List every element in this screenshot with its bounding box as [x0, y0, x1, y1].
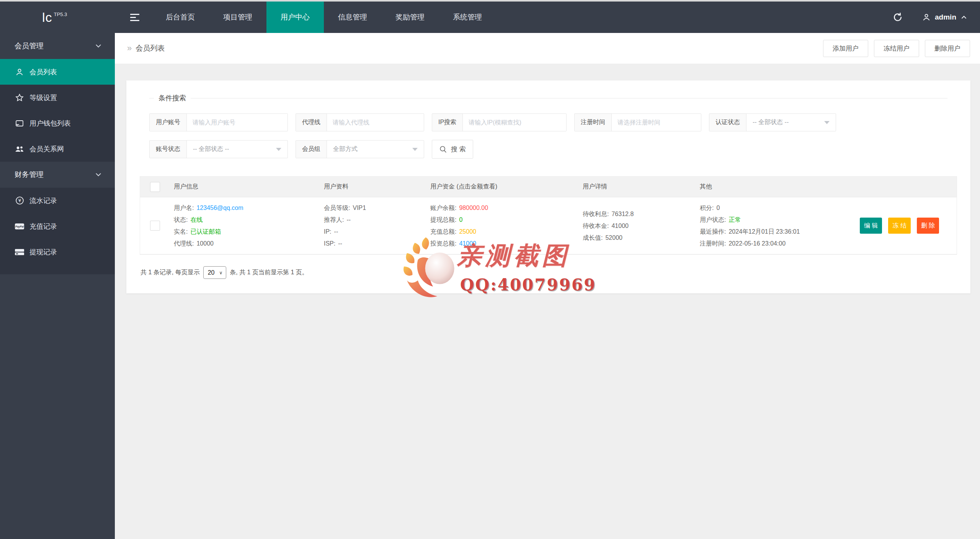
- select-all-checkbox[interactable]: [150, 182, 160, 192]
- field-label: 会员组: [296, 141, 327, 158]
- search-select[interactable]: -- 全部状态 --: [187, 141, 287, 158]
- logo-text: lc: [42, 10, 52, 25]
- search-field-group: 注册时间: [574, 113, 701, 131]
- caret-down-icon: [276, 148, 281, 154]
- sidebar-item-withdraw-records[interactable]: 提现记录: [0, 239, 115, 265]
- kv-line: 用户名: 123456@qq.com: [174, 202, 316, 214]
- per-page-select[interactable]: 20 ∨: [203, 266, 227, 279]
- kv-line: 会员等级: VIP1: [324, 202, 423, 214]
- username: admin: [935, 13, 956, 21]
- row-action-button[interactable]: 冻 结: [888, 218, 910, 234]
- pagination-prefix: 共 1 条记录, 每页显示: [140, 269, 200, 277]
- kv-line: 账户余额: 980000.00: [430, 202, 575, 214]
- app-logo[interactable]: lc TP5.3: [0, 2, 115, 33]
- breadcrumb-arrows-icon: »: [127, 43, 132, 53]
- page-header: » 会员列表 添加用户 冻结用户 删除用户: [115, 33, 980, 64]
- cell-funds: 账户余额: 980000.00 提现总额: 0 充值总额:: [426, 202, 579, 249]
- sidebar-item-wallet-list[interactable]: 用户钱包列表: [0, 110, 115, 136]
- caret-down-icon: [412, 148, 418, 154]
- sidebar: 会员管理 会员列表 等级设置: [0, 33, 115, 539]
- top-nav-item[interactable]: 后台首页: [152, 2, 209, 33]
- field-label: 认证状态: [709, 114, 746, 131]
- row-action-button[interactable]: 编 辑: [860, 218, 882, 234]
- user-menu[interactable]: admin: [912, 2, 980, 33]
- search-button[interactable]: 搜 索: [432, 140, 473, 159]
- search-row-1: 用户账号 代理线: [149, 113, 947, 131]
- header-action-button[interactable]: 删除用户: [925, 40, 970, 57]
- sidebar-item-recharge-records[interactable]: PayPal 充值记录: [0, 213, 115, 239]
- logo-version: TP5.3: [54, 11, 67, 17]
- kv-line: 注册时间: 2022-05-16 23:04:00: [700, 238, 852, 249]
- magnifier-icon: [439, 145, 448, 154]
- top-nav-item[interactable]: 信息管理: [324, 2, 381, 33]
- pagination-suffix: 条, 共 1 页当前显示第 1 页。: [230, 269, 308, 277]
- kv-line: 积分: 0: [700, 202, 852, 214]
- app-window: lc TP5.3 后台首页 项目管理 用户中心 信息管理 奖励管理 系统管理: [0, 2, 980, 539]
- cell-user-info: 用户名: 123456@qq.com 状态: 在线 实名:: [170, 202, 320, 249]
- content-card: 条件搜索 用户账号: [126, 80, 970, 293]
- sidebar-section-finance-mgmt[interactable]: 财务管理: [0, 162, 115, 188]
- svg-text:¥: ¥: [18, 198, 21, 203]
- wallet-icon: [15, 118, 24, 128]
- col-header-profile: 用户资料: [320, 183, 426, 191]
- sidebar-item-label: 会员列表: [29, 67, 57, 77]
- top-nav-item[interactable]: 项目管理: [209, 2, 266, 33]
- search-row-2: 账号状态 -- 全部状态 -- 会员组: [149, 140, 947, 159]
- menu-toggle-icon[interactable]: [130, 2, 140, 33]
- sidebar-item-relation-net[interactable]: 会员关系网: [0, 136, 115, 162]
- sidebar-item-flow-records[interactable]: ¥ 流水记录: [0, 188, 115, 213]
- search-select[interactable]: -- 全部状态 --: [746, 114, 836, 131]
- main-content: » 会员列表 添加用户 冻结用户 删除用户 条件搜索: [115, 33, 980, 539]
- top-nav-item[interactable]: 奖励管理: [381, 2, 439, 33]
- refresh-button[interactable]: [884, 2, 912, 33]
- col-header-other: 其他: [696, 183, 856, 191]
- topbar: lc TP5.3 后台首页 项目管理 用户中心 信息管理 奖励管理 系统管理: [0, 2, 980, 33]
- sidebar-item-member-list[interactable]: 会员列表: [0, 59, 115, 85]
- caret-down-icon: [824, 121, 830, 127]
- col-header-user-info: 用户信息: [170, 183, 320, 191]
- sidebar-item-label: 提现记录: [29, 247, 57, 257]
- cell-profile: 会员等级: VIP1 推荐人: -- IP:: [320, 202, 426, 249]
- star-icon: [15, 93, 24, 103]
- caret-down-icon: ∨: [219, 270, 222, 275]
- pagination: 共 1 条记录, 每页显示 20 ∨ 条, 共 1 页当前显示第 1 页。: [140, 266, 957, 279]
- yen-circle-icon: ¥: [15, 196, 24, 206]
- search-field-group: 代理线: [296, 113, 424, 131]
- sidebar-item-label: 会员关系网: [29, 144, 64, 154]
- paypal-icon: PayPal: [15, 221, 24, 231]
- search-input[interactable]: [327, 114, 424, 131]
- kv-line: 投资总额: 41000: [430, 238, 575, 249]
- sidebar-submenu-finance: ¥ 流水记录 PayPal 充值记录 提现记录: [0, 188, 115, 274]
- sidebar-item-level-settings[interactable]: 等级设置: [0, 85, 115, 110]
- header-action-button[interactable]: 添加用户: [823, 40, 868, 57]
- users-icon: [15, 144, 24, 154]
- field-label: 用户账号: [150, 114, 187, 131]
- kv-line: 待收本金: 41000: [583, 220, 692, 232]
- refresh-icon: [892, 12, 903, 23]
- kv-line: 最近操作: 2024年12月01日 23:36:01: [700, 226, 852, 238]
- kv-line: IP: --: [324, 226, 423, 238]
- topbar-right: admin: [884, 2, 980, 33]
- kv-line: 用户状态: 正常: [700, 214, 852, 226]
- row-checkbox[interactable]: [150, 221, 160, 231]
- search-select[interactable]: 全部方式: [327, 141, 424, 158]
- cell-other: 积分: 0 用户状态: 正常 最近操作:: [696, 202, 856, 249]
- sidebar-item-label: 等级设置: [29, 93, 57, 102]
- page-actions: 添加用户 冻结用户 删除用户: [823, 40, 970, 57]
- top-nav-item[interactable]: 用户中心: [266, 2, 324, 33]
- col-header-funds: 用户资金 (点击金额查看): [426, 183, 579, 191]
- sidebar-section-member-mgmt[interactable]: 会员管理: [0, 33, 115, 59]
- row-action-button[interactable]: 删 除: [917, 218, 939, 234]
- search-input[interactable]: [612, 114, 701, 131]
- top-nav-item[interactable]: 系统管理: [439, 2, 496, 33]
- cell-actions: 编 辑 冻 结 删 除: [856, 202, 957, 249]
- search-input[interactable]: [463, 114, 566, 131]
- sidebar-item-label: 充值记录: [29, 222, 57, 231]
- kv-line: 推荐人: --: [324, 214, 423, 226]
- search-field-group: 认证状态 -- 全部状态 --: [709, 113, 836, 131]
- search-input[interactable]: [187, 114, 287, 131]
- header-action-button[interactable]: 冻结用户: [874, 40, 919, 57]
- field-label: 代理线: [296, 114, 327, 131]
- field-label: IP搜索: [432, 114, 463, 131]
- sidebar-submenu-member: 会员列表 等级设置 用户钱包列表: [0, 59, 115, 162]
